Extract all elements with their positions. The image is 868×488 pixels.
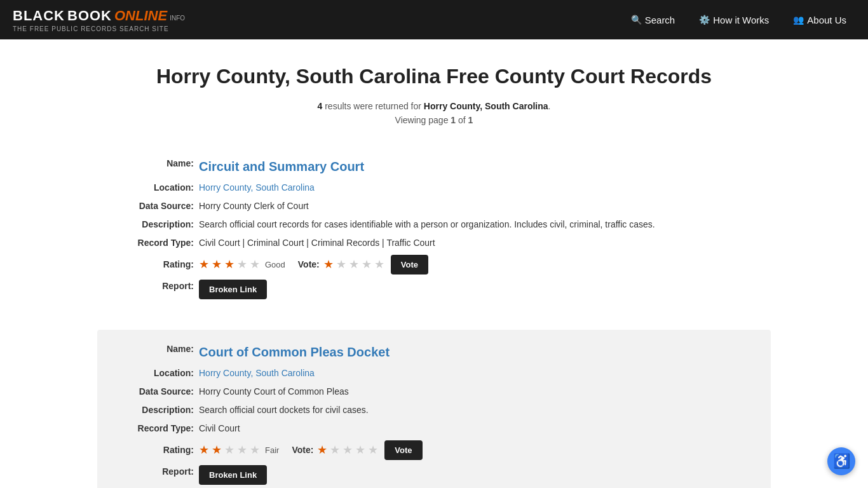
star-2-1: ★	[199, 442, 209, 459]
results-location: Horry County, South Carolina	[424, 101, 548, 111]
page-total: 1	[468, 115, 473, 125]
star-2-3: ★	[224, 442, 234, 459]
vote-label-1: Vote:	[298, 258, 320, 271]
vote-label-2: Vote:	[292, 444, 313, 457]
main-content: Horry County, South Carolina Free County…	[85, 39, 783, 488]
record-name-row-1: Name: Circuit and Summary Court	[116, 157, 752, 176]
record-datasource-1: Horry County Clerk of Court	[199, 200, 309, 213]
record-card-2: Name: Court of Common Pleas Docket Locat…	[97, 330, 771, 488]
vote-star-2-2[interactable]: ★	[330, 442, 340, 459]
star-2-2: ★	[212, 442, 222, 459]
nav-how-it-works[interactable]: ⚙️ How it Works	[690, 15, 778, 25]
star-2-5: ★	[250, 442, 260, 459]
record-card-1: Name: Circuit and Summary Court Location…	[97, 144, 771, 317]
logo-book: BOOK	[67, 8, 112, 24]
rating-text-1: Good	[265, 259, 285, 271]
logo-sub: THE FREE PUBLIC RECORDS SEARCH SITE	[13, 25, 185, 32]
record-name-link-2[interactable]: Court of Common Pleas Docket	[199, 342, 390, 362]
record-datasource-row-1: Data Source: Horry County Clerk of Court	[116, 200, 752, 213]
record-type-2: Civil Court	[199, 422, 240, 435]
star-1-3: ★	[224, 256, 234, 273]
logo-info: INFO	[170, 15, 185, 22]
record-name-link-1[interactable]: Circuit and Summary Court	[199, 157, 364, 176]
vote-star-2-3[interactable]: ★	[342, 442, 353, 459]
location-label-2: Location:	[116, 367, 199, 380]
rating-text-2: Fair	[265, 444, 279, 457]
paging-info: Viewing page 1 of 1	[97, 115, 771, 125]
results-text: results were returned for	[325, 101, 424, 111]
record-report-row-1: Report: Broken Link	[116, 280, 752, 299]
datasource-label-1: Data Source:	[116, 200, 199, 213]
logo-top: BLACK BOOK ONLINE INFO	[13, 8, 185, 24]
accessibility-button[interactable]: ♿	[827, 447, 855, 475]
logo-black: BLACK	[13, 8, 65, 24]
vote-star-2-4[interactable]: ★	[355, 442, 365, 459]
record-location-link-2[interactable]: Horry County, South Carolina	[199, 367, 315, 380]
page-title: Horry County, South Carolina Free County…	[97, 65, 771, 88]
vote-stars-1: ★ ★ ★ ★ ★	[323, 256, 384, 273]
vote-button-1[interactable]: Vote	[391, 255, 428, 274]
broken-link-button-1[interactable]: Broken Link	[199, 280, 267, 299]
record-report-row-2: Report: Broken Link	[116, 465, 752, 485]
rating-label-2: Rating:	[116, 444, 199, 457]
star-1-5: ★	[250, 256, 260, 273]
main-nav: 🔍 Search ⚙️ How it Works 👥 About Us	[622, 15, 855, 25]
type-label-1: Record Type:	[116, 236, 199, 250]
rating-label-1: Rating:	[116, 258, 199, 271]
record-location-row-1: Location: Horry County, South Carolina	[116, 181, 752, 194]
report-label-2: Report:	[116, 465, 199, 485]
vote-star-1-4[interactable]: ★	[362, 256, 372, 273]
record-desc-row-1: Description: Search official court recor…	[116, 218, 752, 231]
record-type-1: Civil Court | Criminal Court | Criminal …	[199, 236, 435, 250]
vote-star-2-1[interactable]: ★	[317, 442, 327, 459]
nav-search-label: Search	[645, 15, 675, 25]
vote-star-1-2[interactable]: ★	[336, 256, 346, 273]
record-datasource-2: Horry County Court of Common Pleas	[199, 385, 349, 398]
results-count: 4	[318, 101, 323, 111]
desc-label-1: Description:	[116, 218, 199, 231]
people-icon: 👥	[793, 15, 804, 25]
search-icon: 🔍	[631, 15, 642, 25]
vote-star-1-5[interactable]: ★	[374, 256, 384, 273]
record-desc-2: Search official court dockets for civil …	[199, 403, 369, 417]
vote-button-2[interactable]: Vote	[384, 440, 422, 460]
record-type-row-2: Record Type: Civil Court	[116, 422, 752, 435]
location-label-1: Location:	[116, 181, 199, 194]
vote-star-1-3[interactable]: ★	[349, 256, 359, 273]
vote-stars-2: ★ ★ ★ ★ ★	[317, 442, 378, 459]
results-info: 4 results were returned for Horry County…	[97, 101, 771, 111]
logo-area: BLACK BOOK ONLINE INFO THE FREE PUBLIC R…	[13, 8, 185, 32]
type-label-2: Record Type:	[116, 422, 199, 435]
record-location-link-1[interactable]: Horry County, South Carolina	[199, 181, 315, 194]
gear-icon: ⚙️	[699, 15, 710, 25]
record-name-row-2: Name: Court of Common Pleas Docket	[116, 342, 752, 362]
record-desc-row-2: Description: Search official court docke…	[116, 403, 752, 417]
broken-link-button-2[interactable]: Broken Link	[199, 465, 267, 485]
vote-star-1-1[interactable]: ★	[323, 256, 334, 273]
rating-stars-2: ★ ★ ★ ★ ★ Fair	[199, 442, 279, 459]
header: BLACK BOOK ONLINE INFO THE FREE PUBLIC R…	[0, 0, 868, 39]
vote-star-2-5[interactable]: ★	[368, 442, 378, 459]
star-1-2: ★	[212, 256, 222, 273]
nav-search[interactable]: 🔍 Search	[622, 15, 684, 25]
rating-stars-1: ★ ★ ★ ★ ★ Good	[199, 256, 285, 273]
star-1-1: ★	[199, 256, 209, 273]
page-current: 1	[451, 115, 456, 125]
record-rating-row-1: Rating: ★ ★ ★ ★ ★ Good Vote: ★ ★ ★ ★ ★ V…	[116, 255, 752, 274]
desc-label-2: Description:	[116, 403, 199, 417]
logo-online: ONLINE	[114, 8, 167, 24]
star-1-4: ★	[237, 256, 247, 273]
name-label-1: Name:	[116, 157, 199, 176]
record-datasource-row-2: Data Source: Horry County Court of Commo…	[116, 385, 752, 398]
star-2-4: ★	[237, 442, 247, 459]
datasource-label-2: Data Source:	[116, 385, 199, 398]
report-label-1: Report:	[116, 280, 199, 299]
nav-how-label: How it Works	[713, 15, 769, 25]
record-desc-1: Search official court records for cases …	[199, 218, 655, 231]
record-rating-row-2: Rating: ★ ★ ★ ★ ★ Fair Vote: ★ ★ ★ ★ ★ V…	[116, 440, 752, 460]
nav-about-us[interactable]: 👥 About Us	[784, 15, 855, 25]
nav-about-label: About Us	[807, 15, 846, 25]
record-type-row-1: Record Type: Civil Court | Criminal Cour…	[116, 236, 752, 250]
accessibility-icon: ♿	[833, 453, 850, 470]
record-location-row-2: Location: Horry County, South Carolina	[116, 367, 752, 380]
